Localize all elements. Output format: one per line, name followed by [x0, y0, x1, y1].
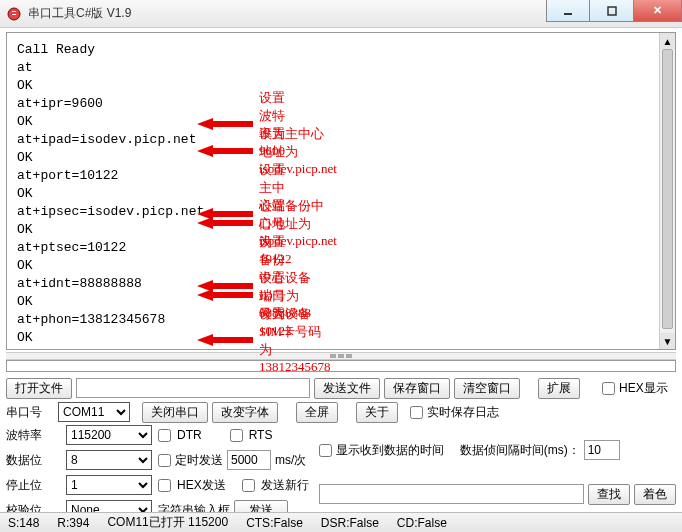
databits-select[interactable]: 8	[66, 450, 152, 470]
timed-send-checkbox[interactable]	[158, 454, 171, 467]
svg-marker-8	[197, 289, 253, 301]
svg-rect-1	[564, 13, 572, 15]
port-select[interactable]: COM11	[58, 402, 130, 422]
arrow-left-icon	[197, 332, 253, 348]
svg-rect-2	[608, 7, 616, 15]
baud-label: 波特率	[6, 427, 60, 444]
ms-per-label: ms/次	[275, 452, 306, 469]
send-newline-checkbox[interactable]	[242, 479, 255, 492]
scrollbar[interactable]: ▲ ▼	[659, 33, 675, 349]
baud-select[interactable]: 115200	[66, 425, 152, 445]
status-dsr: DSR:False	[321, 516, 379, 530]
app-icon	[6, 6, 22, 22]
realtime-save-label: 实时保存日志	[427, 404, 499, 421]
timed-send-label: 定时发送	[175, 452, 223, 469]
controls-panel: 打开文件 发送文件 保存窗口 清空窗口 扩展 HEX显示 串口号 COM11 关…	[0, 372, 682, 532]
terminal-output[interactable]: Call Ready at OK at+ipr=9600 OK at+ipad=…	[7, 33, 675, 349]
clear-window-button[interactable]: 清空窗口	[454, 378, 520, 399]
hex-send-checkbox[interactable]	[158, 479, 171, 492]
terminal-panel: Call Ready at OK at+ipr=9600 OK at+ipad=…	[6, 32, 676, 350]
fullscreen-button[interactable]: 全屏	[296, 402, 338, 423]
realtime-save-checkbox[interactable]	[410, 406, 423, 419]
maximize-button[interactable]	[590, 0, 634, 22]
arrow-left-icon	[197, 287, 253, 303]
interval-input[interactable]	[584, 440, 620, 460]
title-bar: 串口工具C#版 V1.9 ✕	[0, 0, 682, 28]
minimize-button[interactable]	[546, 0, 590, 22]
arrow-left-icon	[197, 143, 253, 159]
save-window-button[interactable]: 保存窗口	[384, 378, 450, 399]
expand-button[interactable]: 扩展	[538, 378, 580, 399]
port-label: 串口号	[6, 404, 54, 421]
status-s: S:148	[8, 516, 39, 530]
send-newline-label: 发送新行	[261, 477, 309, 494]
svg-marker-4	[197, 145, 253, 157]
find-input[interactable]	[319, 484, 584, 504]
status-r: R:394	[57, 516, 89, 530]
rts-checkbox[interactable]	[230, 429, 243, 442]
close-button[interactable]: ✕	[634, 0, 682, 22]
hex-show-checkbox[interactable]	[602, 382, 615, 395]
status-com: COM11已打开 115200	[107, 514, 228, 531]
scroll-up-icon[interactable]: ▲	[660, 33, 675, 49]
find-button[interactable]: 查找	[588, 484, 630, 505]
file-path-input[interactable]	[76, 378, 310, 398]
timed-ms-input[interactable]	[227, 450, 271, 470]
splitter[interactable]	[6, 352, 676, 360]
status-cts: CTS:False	[246, 516, 303, 530]
send-input-area[interactable]	[6, 360, 676, 372]
svg-marker-6	[197, 217, 253, 229]
hex-show-label: HEX显示	[619, 380, 668, 397]
window-title: 串口工具C#版 V1.9	[28, 5, 131, 22]
show-recv-time-label: 显示收到数据的时间	[336, 442, 444, 459]
hex-send-label: HEX发送	[177, 477, 226, 494]
open-file-button[interactable]: 打开文件	[6, 378, 72, 399]
arrow-left-icon	[197, 215, 253, 231]
stopbits-label: 停止位	[6, 477, 60, 494]
show-recv-time-checkbox[interactable]	[319, 444, 332, 457]
about-button[interactable]: 关于	[356, 402, 398, 423]
scroll-down-icon[interactable]: ▼	[660, 333, 675, 349]
interval-label: 数据侦间隔时间(ms)：	[460, 442, 580, 459]
status-cd: CD:False	[397, 516, 447, 530]
color-button[interactable]: 着色	[634, 484, 676, 505]
dtr-label: DTR	[177, 428, 202, 442]
dtr-checkbox[interactable]	[158, 429, 171, 442]
stopbits-select[interactable]: 1	[66, 475, 152, 495]
status-bar: S:148 R:394 COM11已打开 115200 CTS:False DS…	[0, 512, 682, 532]
change-font-button[interactable]: 改变字体	[212, 402, 278, 423]
close-port-button[interactable]: 关闭串口	[142, 402, 208, 423]
svg-marker-9	[197, 334, 253, 346]
send-file-button[interactable]: 发送文件	[314, 378, 380, 399]
annotation: 设置设备SIM卡号码为13812345678	[197, 305, 331, 375]
scroll-thumb[interactable]	[662, 49, 673, 329]
rts-label: RTS	[249, 428, 273, 442]
databits-label: 数据位	[6, 452, 60, 469]
